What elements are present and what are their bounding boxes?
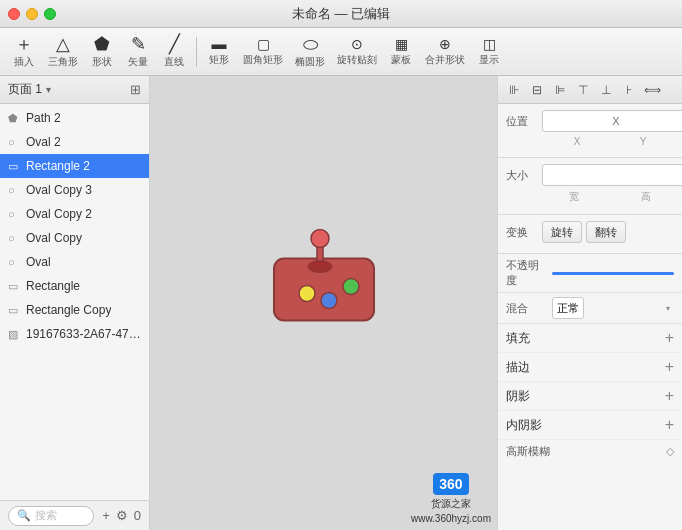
tool-triangle[interactable]: △ 三角形 (44, 33, 82, 71)
layer-item-ovalcopy2[interactable]: ○Oval Copy 2 (0, 202, 149, 226)
transform-label: 变换 (506, 225, 542, 240)
shadow-add-icon[interactable]: + (665, 387, 674, 405)
height-label: 高 (618, 190, 674, 204)
align-center-v-btn[interactable]: ⊥ (596, 80, 616, 100)
main-toolbar: ＋ 插入 △ 三角形 ⬟ 形状 ✎ 矢量 ╱ 直线 ▬ 矩形 ▢ 圆角矩形 ⬭ … (0, 28, 682, 76)
inner-shadow-add-icon[interactable]: + (665, 416, 674, 434)
tool-line-label: 直线 (164, 55, 184, 69)
shadow-section-row[interactable]: 阴影 + (498, 382, 682, 411)
blend-section: 混合 正常 ▾ (498, 293, 682, 324)
fill-icon: ▦ (395, 37, 408, 51)
rotate-button[interactable]: 旋转 (542, 221, 582, 243)
transform-row: 变换 旋转 翻转 (506, 221, 674, 243)
blend-mode-select[interactable]: 正常 (552, 297, 584, 319)
position-labels-row: X Y (506, 136, 674, 147)
layer-item-ovalcopy3[interactable]: ○Oval Copy 3 (0, 178, 149, 202)
pen-icon: ✎ (131, 35, 146, 53)
canvas-content (269, 229, 379, 332)
layer-type-icon: ▭ (8, 160, 22, 173)
layer-item-oval2[interactable]: ○Oval 2 (0, 130, 149, 154)
align-center-h-btn[interactable]: ⊟ (527, 80, 547, 100)
tool-display-label: 显示 (479, 53, 499, 67)
page-selector[interactable]: 页面 1 ▾ (8, 81, 51, 98)
tool-merge-label: 合并形状 (425, 53, 465, 67)
layer-name-text: Rectangle (26, 279, 80, 293)
main-layout: 页面 1 ▾ ⊞ ⬟Path 2○Oval 2▭Rectangle 2○Oval… (0, 76, 682, 530)
size-width-field[interactable] (542, 164, 682, 186)
layer-item-ovalcopy[interactable]: ○Oval Copy (0, 226, 149, 250)
size-fields: 🔒 (542, 164, 682, 186)
add-layer-icon[interactable]: + (102, 508, 110, 523)
tool-rounded-rect[interactable]: ▢ 圆角矩形 (239, 35, 287, 69)
transform-section: 变换 旋转 翻转 (498, 215, 682, 254)
minimize-button[interactable] (26, 8, 38, 20)
search-box[interactable]: 🔍 搜索 (8, 506, 94, 526)
canvas-area[interactable]: 360 货源之家 www.360hyzj.com (150, 76, 497, 530)
align-top-btn[interactable]: ⊤ (573, 80, 593, 100)
tool-fill[interactable]: ▦ 蒙板 (385, 35, 417, 69)
tool-rounded-rect-label: 圆角矩形 (243, 53, 283, 67)
tool-pen[interactable]: ✎ 矢量 (122, 33, 154, 71)
inner-shadow-label: 内阴影 (506, 417, 665, 434)
distribute-h-btn[interactable]: ⟺ (642, 80, 662, 100)
tool-merge[interactable]: ⊕ 合并形状 (421, 35, 469, 69)
blend-select-wrapper: 正常 ▾ (552, 297, 674, 319)
layer-name-text: 19167633-2A67-47F... (26, 327, 141, 341)
svg-point-3 (308, 261, 332, 273)
layer-item-path2[interactable]: ⬟Path 2 (0, 106, 149, 130)
tool-rect[interactable]: ▬ 矩形 (203, 34, 235, 69)
triangle-icon: △ (56, 35, 70, 53)
layer-item-rectcopy[interactable]: ▭Rectangle Copy (0, 298, 149, 322)
traffic-lights (8, 8, 56, 20)
opacity-slider[interactable] (552, 272, 674, 275)
tool-pen-label: 矢量 (128, 55, 148, 69)
gauss-check-icon[interactable]: ◇ (666, 445, 674, 458)
close-button[interactable] (8, 8, 20, 20)
layer-item-rectangle[interactable]: ▭Rectangle (0, 274, 149, 298)
tool-rotate[interactable]: ⊙ 旋转贴刻 (333, 35, 381, 69)
svg-point-6 (343, 279, 359, 295)
tool-shape[interactable]: ⬟ 形状 (86, 33, 118, 71)
shadow-label: 阴影 (506, 388, 665, 405)
layers-list: ⬟Path 2○Oval 2▭Rectangle 2○Oval Copy 3○O… (0, 104, 149, 500)
align-left-btn[interactable]: ⊪ (504, 80, 524, 100)
left-panel: 页面 1 ▾ ⊞ ⬟Path 2○Oval 2▭Rectangle 2○Oval… (0, 76, 150, 530)
layer-name-text: Oval Copy (26, 231, 82, 245)
layer-settings-icon[interactable]: ⚙ (116, 508, 128, 523)
flip-button[interactable]: 翻转 (586, 221, 626, 243)
display-icon: ◫ (483, 37, 496, 51)
tool-fill-label: 蒙板 (391, 53, 411, 67)
watermark-badge: 360 (433, 473, 468, 495)
chevron-down-icon: ▾ (666, 304, 670, 313)
size-labels-row: 宽 高 (506, 190, 674, 204)
stroke-add-icon[interactable]: + (665, 358, 674, 376)
chevron-down-icon: ▾ (46, 84, 51, 95)
fill-label: 填充 (506, 330, 665, 347)
maximize-button[interactable] (44, 8, 56, 20)
tool-ellipse-label: 椭圆形 (295, 55, 325, 69)
tool-line[interactable]: ╱ 直线 (158, 33, 190, 71)
tool-ellipse[interactable]: ⬭ 椭圆形 (291, 33, 329, 71)
svg-point-5 (321, 293, 337, 309)
layer-item-oval[interactable]: ○Oval (0, 250, 149, 274)
fill-add-icon[interactable]: + (665, 329, 674, 347)
ellipse-icon: ⬭ (303, 35, 318, 53)
stroke-section-row[interactable]: 描边 + (498, 353, 682, 382)
panel-expand-icon[interactable]: ⊞ (130, 82, 141, 97)
tool-triangle-label: 三角形 (48, 55, 78, 69)
align-bottom-btn[interactable]: ⊦ (619, 80, 639, 100)
tool-insert-label: 插入 (14, 55, 34, 69)
layer-item-rect2[interactable]: ▭Rectangle 2 (0, 154, 149, 178)
tool-insert[interactable]: ＋ 插入 (8, 33, 40, 71)
align-right-btn[interactable]: ⊫ (550, 80, 570, 100)
position-x-field[interactable] (542, 110, 682, 132)
merge-icon: ⊕ (439, 37, 451, 51)
layer-type-icon: ⬟ (8, 112, 22, 125)
line-icon: ╱ (169, 35, 180, 53)
inner-shadow-section-row[interactable]: 内阴影 + (498, 411, 682, 440)
layer-type-icon: ○ (8, 232, 22, 244)
tool-display[interactable]: ◫ 显示 (473, 35, 505, 69)
layer-name-text: Rectangle 2 (26, 159, 90, 173)
layer-item-image[interactable]: ▨19167633-2A67-47F... (0, 322, 149, 346)
fill-section-row[interactable]: 填充 + (498, 324, 682, 353)
